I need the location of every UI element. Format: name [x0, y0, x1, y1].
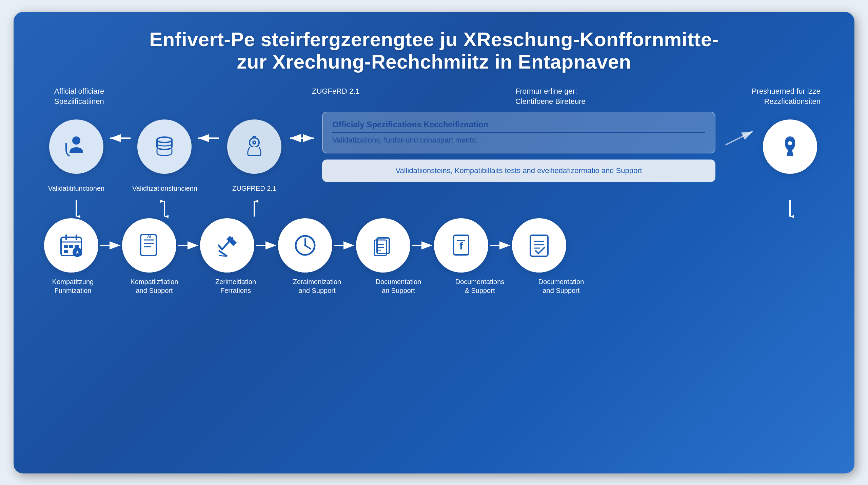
vert-arrow-3: [220, 200, 288, 218]
svg-line-13: [726, 131, 753, 145]
bottom-arrow-4: [332, 241, 356, 249]
bottom-circle-3-wrapper: [200, 218, 254, 273]
top-circle-3: [227, 119, 281, 174]
bottom-circle-7: [512, 218, 566, 273]
bottom-arrow-5: [410, 241, 434, 249]
svg-text:★: ★: [75, 249, 80, 255]
database-icon: [151, 133, 178, 160]
down-arrow-2-icon: [786, 200, 794, 218]
checkmark-pen-icon: [214, 232, 241, 259]
bottom-label-7: Documentationand Support: [532, 277, 590, 295]
diagonal-arrow-icon: [722, 128, 756, 148]
svg-point-50: [304, 244, 306, 246]
head-gear-icon: [241, 133, 268, 160]
svg-rect-29: [69, 245, 73, 248]
top-arrow-3: [288, 134, 315, 142]
right-arrow-6-icon: [488, 241, 512, 249]
right-arrow-5-icon: [410, 241, 434, 249]
svg-point-14: [788, 141, 792, 145]
bottom-label-4: Zeraimenizationand Support: [288, 277, 346, 295]
main-frame: Enfivert-Pe steirfergzerengtee ju XResch…: [14, 12, 854, 473]
bottom-label-5: Documentationan Support: [370, 277, 427, 295]
diagonal-arrow-area: [722, 128, 756, 148]
top-label-2: ZUGFeRD 2.1: [312, 86, 380, 106]
arrow-bidirectional-icon: [288, 134, 315, 142]
bottom-arrow-6: [488, 241, 512, 249]
top-circle-1: [49, 119, 103, 174]
top-circle-1-wrapper: [44, 119, 108, 174]
up-arrow-icon: [250, 200, 258, 218]
top-circle-2-wrapper: [132, 119, 197, 174]
checklist-icon: [526, 232, 553, 259]
vert-arrow-2: [132, 200, 197, 218]
top-circle-2: [137, 119, 192, 174]
svg-point-8: [254, 142, 255, 143]
ai-document-icon: AI: [136, 232, 163, 259]
top-circle-2-label: Validfizationsfuncienn: [132, 184, 197, 193]
top-label-3: Frormur erline ger:Clentifoene Bireteure: [515, 86, 624, 106]
head-gear-2-icon: [776, 133, 804, 160]
bottom-circle-4: [278, 218, 332, 273]
bottom-circle-2-wrapper: AI: [122, 218, 176, 273]
info-box-1-text: Validatizations, funfor-und conappart me…: [332, 135, 705, 145]
bottom-circle-5-wrapper: [356, 218, 410, 273]
right-arrow-3-icon: [254, 241, 278, 249]
updown-arrow-icon: [160, 200, 169, 218]
document-f-icon: f: [448, 232, 475, 259]
top-label-4: Preshuerned fur izzeRezzficationsiten: [732, 86, 821, 106]
right-arrow-1-icon: [98, 241, 122, 249]
bottom-circle-6-wrapper: f: [434, 218, 488, 273]
bottom-arrow-2: [176, 241, 200, 249]
top-label-1: Afficial officiareSpeziificatiinen: [54, 86, 136, 106]
bottom-circle-3: [200, 218, 254, 273]
bottom-arrow-1: [98, 241, 122, 249]
info-box-2: Vallidatiionsteins, Kompatibillaits test…: [322, 160, 715, 182]
top-arrow-1: [108, 134, 132, 142]
svg-point-0: [72, 136, 80, 145]
info-box-1-title: Officialy Spezifications Keccheifiznatio…: [332, 120, 705, 129]
bottom-label-1: KompatitzungFunmization: [44, 277, 102, 295]
calendar-icon: ★: [58, 232, 85, 259]
right-arrow-4-icon: [332, 241, 356, 249]
bottom-labels-row: KompatitzungFunmization Kompatiizfiation…: [34, 277, 834, 295]
title-area: Enfivert-Pe steirfergzerengtee ju XResch…: [34, 28, 834, 73]
top-arrow-2: [197, 134, 220, 142]
info-box-1: Officialy Spezifications Keccheifiznatio…: [322, 112, 715, 153]
right-arrow-2-icon: [176, 241, 200, 249]
svg-text:AI: AI: [147, 234, 151, 239]
svg-line-44: [219, 256, 227, 256]
info-boxes-area: Officialy Spezifications Keccheifiznatio…: [315, 112, 722, 182]
bottom-circle-6: f: [434, 218, 488, 273]
top-right-circle-wrapper: [756, 119, 824, 174]
arrow-left-icon: [108, 134, 132, 142]
top-right-circle: [763, 119, 817, 174]
down-arrow-1-icon: [72, 200, 80, 218]
bottom-circle-7-wrapper: [512, 218, 566, 273]
bottom-arrow-3: [254, 241, 278, 249]
top-circle-3-label: ZUGFRED 2.1: [220, 184, 288, 193]
bottom-circle-2: AI: [122, 218, 176, 273]
bottom-label-3: ZerimeitiationFerrations: [207, 277, 264, 295]
clock-icon: [292, 232, 319, 259]
svg-rect-31: [64, 250, 68, 253]
documents-icon: [370, 232, 397, 259]
bottom-label-6: Documentations& Support: [451, 277, 509, 295]
vert-arrow-4: [756, 200, 824, 218]
bottom-circle-5: [356, 218, 410, 273]
top-circle-3-wrapper: [220, 119, 288, 174]
svg-rect-28: [64, 245, 68, 248]
bottom-row: ★ AI: [34, 218, 834, 273]
vert-arrow-1: [44, 200, 108, 218]
person-shield-icon: [63, 133, 90, 160]
arrow-left-2-icon: [197, 134, 220, 142]
bottom-circle-1-wrapper: ★: [44, 218, 98, 273]
info-box-2-text: Vallidatiionsteins, Kompatibillaits test…: [332, 166, 706, 176]
main-title: Enfivert-Pe steirfergzerengtee ju XResch…: [34, 28, 834, 73]
bottom-label-2: Kompatiizfiationand Support: [125, 277, 183, 295]
bottom-circle-4-wrapper: [278, 218, 332, 273]
bottom-circle-1: ★: [44, 218, 98, 273]
svg-text:f: f: [459, 240, 463, 251]
top-circle-1-label: Validatitifunctionen: [44, 184, 108, 193]
svg-point-3: [157, 137, 172, 143]
